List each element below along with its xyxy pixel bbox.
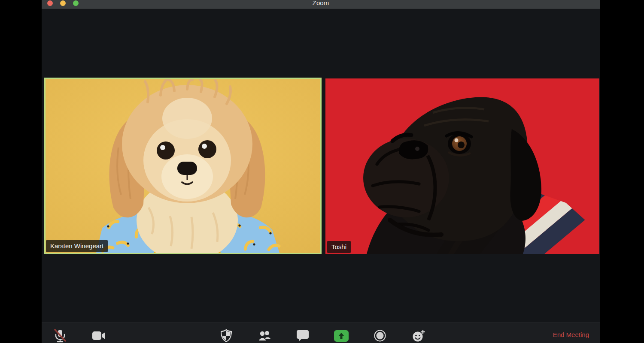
microphone-muted-icon	[54, 329, 67, 343]
reactions-button[interactable]	[411, 328, 426, 343]
screen: Zoom	[0, 0, 644, 343]
puppy-video-image	[46, 79, 320, 253]
record-button[interactable]	[373, 328, 387, 343]
video-tile-karsten[interactable]: Karsten Winegeart	[44, 78, 322, 254]
chat-button[interactable]	[295, 328, 310, 343]
security-button[interactable]	[219, 328, 234, 343]
reactions-icon	[412, 330, 425, 342]
end-meeting-button[interactable]: End Meeting	[553, 331, 589, 338]
mute-button[interactable]	[53, 328, 67, 343]
share-screen-button[interactable]	[334, 328, 349, 343]
participant-name: Karsten Winegeart	[50, 242, 103, 250]
zoom-window: Zoom	[42, 0, 600, 343]
video-camera-icon	[92, 331, 105, 340]
participant-name-tag: Toshi	[327, 241, 351, 253]
meeting-toolbar: End Meeting	[42, 322, 600, 343]
participant-name-tag: Karsten Winegeart	[46, 240, 108, 252]
record-icon	[374, 330, 386, 342]
pug-video-image	[325, 78, 599, 254]
participants-icon	[258, 330, 271, 341]
participant-name: Toshi	[331, 243, 346, 250]
chat-icon	[297, 330, 309, 341]
window-titlebar[interactable]: Zoom	[42, 0, 600, 9]
share-screen-icon	[334, 330, 349, 342]
window-title: Zoom	[42, 0, 600, 6]
start-video-button[interactable]	[91, 328, 106, 343]
shield-icon	[221, 329, 232, 342]
participants-button[interactable]	[258, 328, 272, 343]
video-tile-toshi[interactable]: Toshi	[325, 78, 599, 254]
